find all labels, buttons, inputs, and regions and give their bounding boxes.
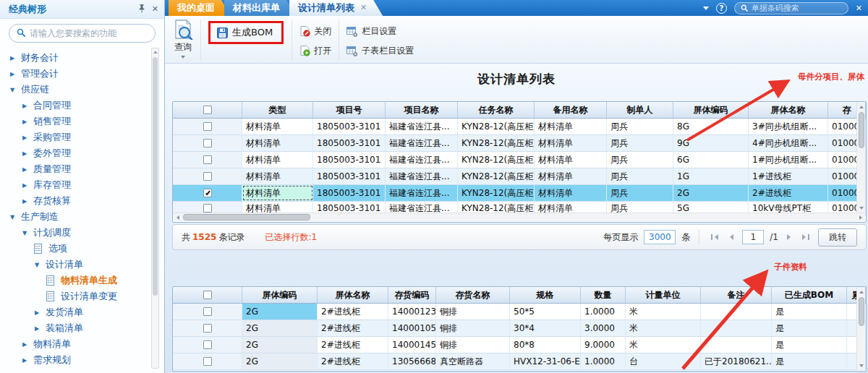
- jump-button[interactable]: 跳转: [818, 228, 857, 246]
- row-select-cell[interactable]: [173, 152, 242, 168]
- table-cell[interactable]: 福建省连江县...: [386, 168, 458, 184]
- tab-material-outbound[interactable]: 材料出库单: [224, 0, 296, 16]
- table-cell[interactable]: 材料清单: [242, 135, 313, 151]
- select-all-header[interactable]: [173, 102, 242, 118]
- chevron-right-icon[interactable]: ▶: [9, 55, 16, 61]
- tree-item-销售管理[interactable]: ▶销售管理: [0, 113, 164, 129]
- checkbox[interactable]: [203, 189, 212, 197]
- chevron-down-icon[interactable]: ▼: [33, 262, 41, 268]
- checkbox[interactable]: [203, 307, 212, 316]
- tree-item-装箱清单[interactable]: ▶装箱清单: [0, 320, 164, 336]
- table-cell[interactable]: 1G: [673, 168, 749, 184]
- table-row[interactable]: 材料清单1805003-3101福建省连江县...KYN28-12(高压柜)材料…: [173, 152, 866, 168]
- pin-icon[interactable]: [137, 4, 146, 14]
- table-cell[interactable]: 是: [772, 320, 847, 336]
- table-cell[interactable]: 周兵: [607, 152, 673, 168]
- table-cell[interactable]: 2G: [242, 353, 318, 369]
- table-cell[interactable]: 14000105: [388, 320, 436, 336]
- table-cell[interactable]: 材料清单: [242, 152, 313, 168]
- table-cell[interactable]: 是: [772, 304, 847, 320]
- table-cell[interactable]: 2G: [242, 337, 318, 353]
- sidebar-search-input[interactable]: [30, 28, 148, 38]
- table-cell[interactable]: 铜排: [436, 304, 510, 320]
- chevron-right-icon[interactable]: ▶: [21, 103, 28, 109]
- column-header[interactable]: 制单人: [607, 102, 673, 118]
- column-header[interactable]: 已生成BOM: [772, 287, 847, 303]
- tab-design-list[interactable]: 设计清单列表 ✕: [289, 0, 383, 16]
- tree-item-物料清单[interactable]: ▶物料清单: [0, 336, 164, 352]
- table-cell[interactable]: 13056668: [388, 353, 436, 369]
- table-cell[interactable]: 1.0000: [581, 304, 626, 320]
- row-select-cell[interactable]: [173, 304, 242, 320]
- tree-item-物料清单生成[interactable]: 物料清单生成: [0, 273, 164, 288]
- column-header[interactable]: 数量: [581, 287, 626, 303]
- table-cell[interactable]: 福建省连江县...: [386, 185, 458, 201]
- checkbox[interactable]: [203, 340, 212, 349]
- chevron-down-icon[interactable]: ▼: [9, 87, 16, 93]
- column-header[interactable]: 项目号: [313, 102, 386, 118]
- checkbox[interactable]: [203, 155, 212, 164]
- sub-column-settings-button[interactable]: 子表栏目设置: [346, 45, 414, 57]
- table-cell[interactable]: 福建省连江县...: [386, 119, 458, 134]
- table-cell[interactable]: 1.0000: [581, 353, 626, 369]
- table-cell[interactable]: 福建省连江县...: [386, 135, 458, 151]
- master-vertical-scrollbar[interactable]: [856, 103, 865, 213]
- table-cell[interactable]: 1805003-3101: [313, 119, 386, 134]
- chevron-right-icon[interactable]: ▶: [21, 166, 28, 173]
- tree-item-计划调度[interactable]: ▼计划调度: [0, 225, 164, 241]
- table-cell[interactable]: KYN28-12(高压柜): [458, 135, 535, 151]
- column-header[interactable]: 备用名称: [535, 102, 607, 118]
- table-cell[interactable]: 80*8: [510, 337, 581, 353]
- column-header[interactable]: 规格: [510, 287, 581, 303]
- row-select-cell[interactable]: [173, 353, 242, 369]
- sidebar-scrollbar[interactable]: [151, 48, 159, 369]
- chevron-right-icon[interactable]: ▶: [21, 119, 28, 125]
- column-header[interactable]: 存货编码: [388, 287, 436, 303]
- table-cell[interactable]: 材料清单: [242, 119, 313, 134]
- table-cell[interactable]: 1805003-3101: [313, 152, 386, 168]
- table-cell[interactable]: 14000123: [388, 304, 436, 320]
- table-cell[interactable]: 铜排: [436, 337, 510, 353]
- chevron-right-icon[interactable]: ▶: [21, 182, 28, 189]
- chevron-right-icon[interactable]: ▶: [9, 71, 16, 77]
- table-cell[interactable]: 材料清单: [535, 152, 607, 168]
- table-cell[interactable]: 50*5: [510, 304, 581, 320]
- checkbox[interactable]: [203, 204, 212, 213]
- row-select-cell[interactable]: [173, 135, 242, 151]
- tree-item-发货清单[interactable]: ▶发货清单: [0, 304, 164, 320]
- checkbox[interactable]: [203, 291, 212, 299]
- table-cell[interactable]: KYN28-12(高压柜): [458, 185, 535, 201]
- table-cell[interactable]: 2#进线柜: [318, 320, 388, 336]
- table-cell[interactable]: 2G: [242, 304, 318, 320]
- tab-my-desktop[interactable]: 我的桌面: [169, 0, 231, 16]
- chevron-down-icon[interactable]: [703, 7, 709, 10]
- table-cell[interactable]: 材料清单: [535, 185, 607, 201]
- tree-item-选项[interactable]: 选项: [0, 241, 164, 257]
- column-header[interactable]: 屏体编码: [242, 287, 318, 303]
- table-cell[interactable]: 30*4: [510, 320, 581, 336]
- tree-item-合同管理[interactable]: ▶合同管理: [0, 98, 164, 113]
- column-settings-button[interactable]: 栏目设置: [346, 25, 414, 38]
- chevron-right-icon[interactable]: ▶: [21, 198, 28, 205]
- table-cell[interactable]: 6G: [673, 152, 749, 168]
- generate-bom-button[interactable]: 生成BOM: [208, 21, 284, 44]
- first-page-button[interactable]: [708, 234, 721, 240]
- table-cell[interactable]: 真空断路器: [436, 353, 510, 369]
- table-cell[interactable]: 1805003-3101: [313, 185, 386, 201]
- table-cell[interactable]: KYN28-12(高压柜): [458, 152, 535, 168]
- tree-item-财务会计[interactable]: ▶财务会计: [0, 50, 164, 66]
- table-cell[interactable]: 2#进线柜: [318, 353, 388, 369]
- close-icon[interactable]: ✕: [856, 4, 862, 13]
- table-cell[interactable]: 周兵: [607, 185, 673, 201]
- chevron-down-icon[interactable]: ▼: [21, 230, 28, 236]
- open-button[interactable]: 打开: [299, 45, 331, 57]
- last-page-button[interactable]: [799, 234, 812, 240]
- column-header[interactable]: 屏体名称: [318, 287, 388, 303]
- table-cell[interactable]: 是: [772, 353, 847, 369]
- table-cell[interactable]: 1805003-3101: [313, 135, 386, 151]
- table-cell[interactable]: 材料清单: [242, 185, 313, 201]
- select-all-header[interactable]: [173, 287, 242, 303]
- close-button[interactable]: 关闭: [299, 25, 331, 38]
- table-cell[interactable]: 1#同步机组断...: [749, 152, 828, 168]
- tab-close-icon[interactable]: ✕: [360, 0, 367, 16]
